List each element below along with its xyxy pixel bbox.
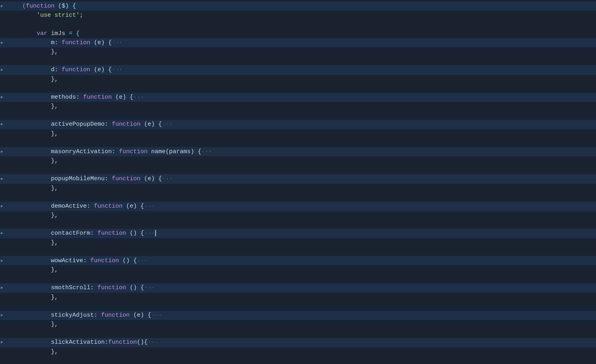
code-line	[0, 274, 596, 283]
code-token: (e) {	[140, 121, 162, 128]
code-token: (	[55, 3, 62, 10]
line-content: },	[20, 129, 588, 138]
code-line	[0, 20, 596, 29]
code-token: ···	[148, 339, 158, 346]
fold-arrow-icon[interactable]: ▶	[1, 94, 3, 101]
code-token: },	[22, 49, 58, 55]
line-content: (function ($) {	[20, 2, 588, 11]
code-line: },	[0, 156, 596, 165]
line-content: demoActive: function (e) {···	[20, 202, 588, 211]
code-token: (e) {	[140, 175, 162, 182]
line-content: },	[20, 265, 588, 274]
code-editor: ▶(function ($) { 'use strict'; var imJs …	[0, 0, 596, 364]
code-token: },	[22, 158, 58, 164]
code-line	[0, 302, 596, 311]
code-line: ▶ d: function (e) {···	[0, 65, 596, 74]
code-token: (	[22, 3, 26, 10]
line-content: masonryActivation: function name(params)…	[20, 147, 588, 156]
code-token: :	[55, 39, 62, 46]
fold-arrow-icon[interactable]: ▶	[1, 230, 3, 237]
code-line: },	[0, 211, 596, 220]
code-token: },	[22, 103, 58, 110]
code-line: ▶ smothScroll: function () {···	[0, 283, 596, 292]
code-token: name(params) {	[148, 148, 201, 155]
code-token: :	[55, 66, 62, 73]
code-token: () {	[126, 230, 144, 237]
code-token: ···	[144, 203, 155, 210]
code-token: ···	[162, 121, 173, 128]
code-line	[0, 165, 596, 174]
code-line	[0, 329, 596, 338]
code-line	[0, 247, 596, 256]
code-token: :	[112, 148, 119, 155]
code-line: ▶ slickActivation:function(){···	[0, 338, 596, 347]
code-line: var imJs = {	[0, 29, 596, 38]
code-token: },	[22, 212, 58, 219]
line-content: },	[20, 47, 588, 56]
code-token: ···	[144, 284, 155, 291]
code-line: },	[0, 238, 596, 247]
code-line	[0, 220, 596, 229]
code-token: () {	[126, 284, 144, 291]
code-token: d	[22, 66, 55, 73]
fold-arrow-icon[interactable]: ▶	[1, 67, 3, 73]
code-token: (e) {	[90, 39, 112, 46]
code-line: },	[0, 265, 596, 274]
code-token: methods	[22, 94, 76, 101]
code-token: ···	[162, 175, 173, 182]
code-token: slickActivation:	[22, 339, 108, 346]
code-token: :	[105, 175, 112, 182]
fold-arrow-icon[interactable]: ▶	[1, 176, 3, 182]
code-token: function	[62, 39, 90, 46]
code-token: function	[97, 230, 126, 237]
code-token: = {	[69, 30, 80, 37]
code-token: function	[112, 121, 140, 128]
code-line	[0, 138, 596, 147]
fold-arrow-icon[interactable]: ▶	[1, 149, 3, 155]
line-content: activePopupDemo: function (e) {···	[20, 120, 588, 129]
code-token: },	[22, 321, 58, 328]
code-token: (e) {	[112, 94, 133, 101]
code-line: ▶ masonryActivation: function name(param…	[0, 147, 596, 156]
code-token: ···	[112, 66, 123, 73]
code-token: ···	[133, 94, 144, 101]
code-token: },	[22, 130, 58, 137]
fold-arrow-icon[interactable]: ▶	[1, 312, 3, 319]
code-line: ▶(function ($) {	[0, 2, 596, 11]
code-token: function	[90, 257, 119, 264]
fold-arrow-icon[interactable]: ▶	[1, 121, 3, 128]
code-token: function	[112, 175, 140, 182]
fold-arrow-icon[interactable]: ▶	[1, 3, 3, 10]
code-token: :	[90, 230, 97, 237]
line-content: 'use strict';	[20, 11, 588, 20]
code-line	[0, 193, 596, 202]
code-token: function	[101, 312, 130, 319]
code-line: },	[0, 184, 596, 193]
code-line: ▶ contactForm: function () {···	[0, 229, 596, 238]
line-content: var imJs = {	[20, 29, 588, 38]
code-line: },	[0, 293, 596, 302]
code-token: :	[76, 94, 83, 101]
line-content: smothScroll: function () {···	[20, 283, 588, 292]
code-token: () {	[119, 257, 137, 264]
code-line: },	[0, 75, 596, 84]
fold-arrow-icon[interactable]: ▶	[1, 339, 3, 346]
line-content: },	[20, 320, 588, 329]
fold-arrow-icon[interactable]: ▶	[1, 285, 3, 291]
line-content: },	[20, 75, 588, 84]
fold-arrow-icon[interactable]: ▶	[1, 40, 3, 46]
code-token: activePopupDemo	[22, 121, 105, 128]
code-token: ) {	[65, 3, 76, 10]
code-token: },	[22, 76, 58, 83]
code-token: m	[22, 39, 55, 46]
code-line: },	[0, 102, 596, 111]
line-content: d: function (e) {···	[20, 65, 588, 74]
code-line	[0, 56, 596, 65]
code-token: popupMobileMenu	[22, 175, 105, 182]
fold-arrow-icon[interactable]: ▶	[1, 258, 3, 264]
fold-arrow-icon[interactable]: ▶	[1, 203, 3, 210]
line-content: m: function (e) {···	[20, 38, 588, 47]
code-token: :	[90, 284, 97, 291]
code-token: },	[22, 239, 58, 246]
code-token: ;	[80, 12, 83, 19]
